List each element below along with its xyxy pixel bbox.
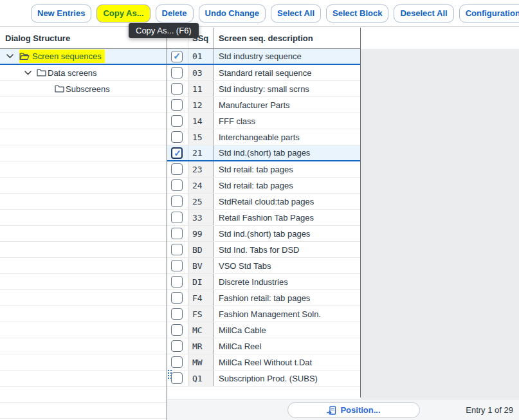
ssq-cell[interactable]: MC	[188, 322, 214, 338]
description-cell[interactable]: Fashion Management Soln.	[214, 306, 360, 322]
row-select-checkbox[interactable]: ✓	[171, 163, 183, 175]
row-select-checkbox[interactable]: ✓	[171, 212, 183, 223]
chevron-down-icon[interactable]	[24, 71, 32, 75]
description-cell[interactable]: Std industry: small scrns	[214, 81, 360, 96]
row-select-checkbox[interactable]: ✓	[171, 244, 183, 255]
table-row[interactable]: ✓ 12 Manufacturer Parts	[167, 97, 360, 113]
table-row[interactable]: ✓ 33 Retail Fashion Tab Pages	[167, 210, 360, 226]
table-row[interactable]: ✓ BD Std Ind. Tabs for DSD	[167, 242, 360, 258]
row-select-checkbox[interactable]: ✓	[171, 131, 183, 143]
description-cell[interactable]: Subscription Prod. (SUBS)	[214, 370, 360, 386]
row-select-checkbox[interactable]: ✓	[171, 260, 183, 271]
row-select-checkbox[interactable]: ✓	[171, 372, 183, 384]
table-row[interactable]: ✓ DI Discrete Industries	[167, 274, 360, 290]
ssq-cell[interactable]: 24	[188, 178, 214, 193]
tree-item-subscreens[interactable]: Subscreens	[0, 81, 167, 97]
table-row[interactable]: ✓ Q1 Subscription Prod. (SUBS)	[167, 370, 360, 387]
description-cell[interactable]: FFF class	[214, 113, 360, 129]
select-block-button[interactable]: Select Block	[326, 5, 388, 23]
ssq-cell[interactable]: 15	[188, 129, 214, 145]
description-cell[interactable]: MillCa Reel	[214, 338, 360, 354]
table-row[interactable]: ✓ MR MillCa Reel	[167, 338, 360, 354]
row-select-checkbox[interactable]: ✓	[171, 115, 183, 127]
row-select-checkbox[interactable]: ✓	[171, 276, 183, 288]
row-select-checkbox[interactable]: ✓	[171, 308, 183, 320]
row-drag-handle-icon[interactable]	[168, 370, 172, 379]
row-select-checkbox[interactable]: ✓	[171, 340, 183, 352]
copy-as-button[interactable]: Copy As...	[96, 5, 150, 23]
row-select-checkbox[interactable]: ✓	[171, 356, 183, 368]
ssq-cell[interactable]: 99	[188, 226, 214, 241]
table-row[interactable]: ✓ 99 Std ind.(short) tab pages	[167, 226, 360, 242]
position-button[interactable]: Position...	[287, 402, 420, 418]
ssq-cell[interactable]: 14	[188, 113, 214, 129]
tree-item-screen-sequences[interactable]: Screen sequences	[0, 49, 167, 65]
table-row[interactable]: ✓ 14 FFF class	[167, 113, 360, 129]
description-cell[interactable]: Interchangeable parts	[214, 129, 360, 145]
table-row[interactable]: ✓ 11 Std industry: small scrns	[167, 81, 360, 97]
ssq-cell[interactable]: FS	[188, 306, 214, 322]
table-row[interactable]: ✓ 24 Std retail: tab pages	[167, 178, 360, 194]
ssq-cell[interactable]: BD	[188, 242, 214, 257]
description-cell[interactable]: Std ind.(short) tab pages	[214, 226, 360, 241]
ssq-cell[interactable]: 33	[188, 210, 214, 225]
ssq-cell[interactable]: MW	[188, 354, 214, 370]
ssq-cell[interactable]: MR	[188, 338, 214, 354]
ssq-cell[interactable]: BV	[188, 258, 214, 273]
table-row[interactable]: ✓ 15 Interchangeable parts	[167, 129, 360, 145]
description-cell[interactable]: Standard retail sequence	[214, 65, 360, 80]
description-cell[interactable]: StdRetail cloud:tab pages	[214, 194, 360, 209]
description-cell[interactable]: MillCa Reel Without t.Dat	[214, 354, 360, 370]
description-cell[interactable]: Fashion retail: tab pages	[214, 290, 360, 306]
table-row[interactable]: ✓ 03 Standard retail sequence	[167, 65, 360, 81]
new-entries-button[interactable]: New Entries	[31, 5, 91, 23]
deselect-all-button[interactable]: Deselect All	[394, 5, 453, 23]
row-select-checkbox[interactable]: ✓	[171, 292, 183, 304]
table-row[interactable]: ✓ 25 StdRetail cloud:tab pages	[167, 194, 360, 210]
ssq-cell[interactable]: 12	[188, 97, 214, 113]
row-select-checkbox[interactable]: ✓	[171, 196, 183, 207]
description-cell[interactable]: Std ind.(short) tab pages	[214, 145, 360, 160]
description-cell[interactable]: Std industry sequence	[214, 49, 360, 64]
row-select-checkbox[interactable]: ✓	[171, 99, 183, 111]
tree-item-data-screens[interactable]: Data screens	[0, 65, 167, 81]
description-cell[interactable]: Std retail: tab pages	[214, 178, 360, 193]
select-all-button[interactable]: Select All	[271, 5, 321, 23]
configuration-help-button[interactable]: Configuration Help	[459, 5, 519, 23]
description-column-header[interactable]: Screen seq. description	[214, 28, 360, 48]
table-row[interactable]: ✓ MW MillCa Reel Without t.Dat	[167, 354, 360, 370]
row-select-checkbox[interactable]: ✓	[171, 83, 183, 95]
table-row[interactable]: ✓ 23 Std retail: tab pages	[167, 161, 360, 178]
table-row[interactable]: ✓ 01 Std industry sequence	[167, 49, 360, 65]
delete-button[interactable]: Delete	[156, 5, 194, 23]
ssq-cell[interactable]: 21	[188, 145, 214, 160]
ssq-cell[interactable]: 03	[188, 65, 214, 80]
description-cell[interactable]: MillCa Cable	[214, 322, 360, 338]
description-cell[interactable]: VSO Std Tabs	[214, 258, 360, 273]
ssq-cell[interactable]: 23	[188, 161, 214, 177]
row-select-checkbox[interactable]: ✓	[171, 147, 183, 159]
ssq-cell[interactable]: 01	[188, 49, 214, 64]
ssq-cell[interactable]: Q1	[188, 370, 214, 386]
table-row[interactable]: ✓ F4 Fashion retail: tab pages	[167, 290, 360, 306]
description-cell[interactable]: Retail Fashion Tab Pages	[214, 210, 360, 225]
description-cell[interactable]: Discrete Industries	[214, 274, 360, 289]
row-select-checkbox[interactable]: ✓	[171, 67, 183, 78]
row-select-checkbox[interactable]: ✓	[171, 228, 183, 239]
chevron-down-icon[interactable]	[6, 54, 14, 59]
row-select-checkbox[interactable]: ✓	[171, 51, 183, 62]
ssq-cell[interactable]: F4	[188, 290, 214, 306]
row-select-checkbox[interactable]: ✓	[171, 179, 183, 191]
description-cell[interactable]: Std retail: tab pages	[214, 161, 360, 177]
description-cell[interactable]: Std Ind. Tabs for DSD	[214, 242, 360, 257]
table-row[interactable]: ✓ FS Fashion Management Soln.	[167, 306, 360, 322]
table-row[interactable]: ✓ 21 Std ind.(short) tab pages	[167, 145, 360, 161]
ssq-cell[interactable]: 11	[188, 81, 214, 96]
undo-change-button[interactable]: Undo Change	[199, 5, 266, 23]
table-row[interactable]: ✓ BV VSO Std Tabs	[167, 258, 360, 274]
description-cell[interactable]: Manufacturer Parts	[214, 97, 360, 113]
table-row[interactable]: ✓ MC MillCa Cable	[167, 322, 360, 338]
ssq-cell[interactable]: DI	[188, 274, 214, 289]
ssq-cell[interactable]: 25	[188, 194, 214, 209]
row-select-checkbox[interactable]: ✓	[171, 324, 183, 336]
